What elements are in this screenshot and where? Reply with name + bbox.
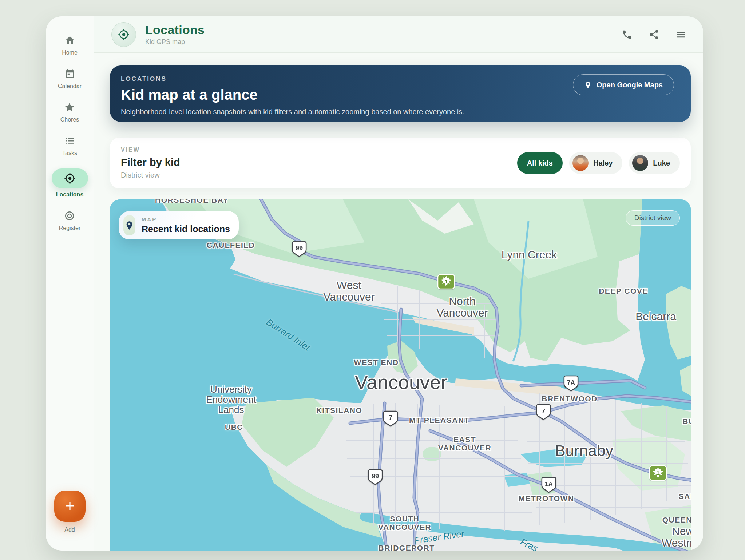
calendar-icon	[64, 68, 76, 80]
highway-shield-7: 7	[383, 410, 399, 428]
sidebar-item-label: Chores	[60, 116, 79, 123]
kid-locations-map[interactable]: HORSESHOE BAY CAULFEILD West Vancouver L…	[110, 199, 691, 551]
add-button-label: Add	[64, 527, 75, 533]
sidebar-item-label: Calendar	[58, 83, 82, 90]
page-subtitle: Kid GPS map	[145, 38, 205, 46]
svg-text:99: 99	[372, 473, 379, 480]
map-label: Belcarra	[635, 311, 676, 322]
map-overlay-card: MAP Recent kid locations	[119, 211, 239, 239]
sidebar-item-chores[interactable]: Chores	[60, 102, 79, 123]
open-google-maps-label: Open Google Maps	[597, 81, 663, 89]
chip-luke[interactable]: Luke	[629, 152, 680, 174]
page-title: Locations	[145, 23, 205, 37]
list-icon	[64, 135, 76, 147]
map-label: North Vancouver	[426, 295, 499, 319]
highway-shield-1-maple-east: 1	[649, 465, 667, 481]
chip-all-kids[interactable]: All kids	[517, 152, 563, 174]
chip-label: Haley	[593, 159, 613, 167]
map-label: West Vancouver	[314, 279, 384, 303]
open-google-maps-button[interactable]: Open Google Maps	[573, 74, 674, 95]
register-icon	[64, 210, 75, 222]
sidebar-item-label: Tasks	[62, 150, 77, 156]
sidebar-item-register[interactable]: Register	[59, 210, 81, 231]
app-window: Home Calendar Chores Tasks	[46, 16, 703, 551]
page-icon-badge	[111, 22, 136, 47]
map-label: Burnaby	[555, 442, 613, 459]
filter-subtitle: District view	[121, 171, 180, 179]
plus-icon	[63, 499, 77, 514]
svg-text:1: 1	[657, 470, 659, 476]
avatar	[632, 155, 648, 171]
active-pill	[52, 168, 88, 188]
gps-target-icon	[64, 172, 76, 184]
map-label: SAF	[679, 492, 691, 501]
map-pin-icon	[124, 221, 134, 230]
map-pin-tile	[123, 215, 135, 235]
svg-text:7: 7	[542, 408, 545, 415]
avatar	[572, 155, 589, 171]
star-icon	[64, 102, 75, 113]
map-label: EAST VANCOUVER	[433, 436, 497, 452]
map-label: QUEENS P	[662, 516, 691, 524]
hero-banner: LOCATIONS Kid map at a glance Neighborho…	[110, 65, 691, 122]
map-pin-icon	[584, 81, 592, 89]
menu-icon[interactable]	[675, 29, 686, 40]
hero-description: Neighborhood-level location snapshots wi…	[121, 108, 691, 116]
sidebar-item-label: Home	[62, 49, 78, 56]
map-label: UBC	[225, 423, 243, 432]
kid-filter-chips: All kids Haley Luke	[517, 152, 680, 174]
map-label: BU	[682, 417, 691, 426]
map-label: DEEP COVE	[599, 287, 648, 295]
chip-label: Luke	[653, 159, 670, 167]
chip-label: All kids	[527, 159, 553, 167]
add-button[interactable]	[54, 491, 86, 522]
map-label: BRENTWOOD	[542, 395, 598, 403]
sidebar-item-label: Locations	[56, 191, 84, 198]
map-label: Lynn Creek	[502, 249, 557, 261]
district-view-button[interactable]: District view	[626, 210, 680, 226]
share-icon[interactable]	[649, 29, 659, 40]
sidebar-item-home[interactable]: Home	[62, 35, 78, 56]
svg-text:7: 7	[389, 414, 392, 421]
svg-text:99: 99	[296, 245, 303, 252]
map-label: CAULFEILD	[207, 241, 255, 250]
main-area: Locations Kid GPS map LOCATIONS Kid map …	[94, 16, 703, 551]
svg-text:1A: 1A	[545, 480, 553, 488]
map-label: METROTOWN	[518, 495, 574, 503]
chip-haley[interactable]: Haley	[569, 152, 622, 174]
highway-shield-7-east: 7	[535, 404, 551, 421]
sidebar-item-label: Register	[59, 225, 81, 231]
phone-icon[interactable]	[622, 29, 633, 40]
sidebar-item-locations[interactable]: Locations	[52, 168, 88, 198]
gps-target-icon	[118, 29, 130, 40]
map-label: BRIDGEPORT	[378, 544, 435, 551]
sidebar-item-tasks[interactable]: Tasks	[62, 135, 77, 156]
map-label: KITSILANO	[316, 406, 362, 415]
map-label: New Westmin	[654, 525, 691, 549]
map-overlay-title: Recent kid locations	[142, 224, 230, 234]
highway-shield-1-maple: 1	[437, 274, 455, 290]
map-label: University Endowment Lands	[199, 384, 263, 415]
svg-text:1: 1	[445, 278, 448, 285]
page-header: Locations Kid GPS map	[94, 16, 703, 53]
map-label: SOUTH VANCOUVER	[372, 515, 437, 531]
map-label: WEST END	[354, 358, 399, 367]
filter-title: Filter by kid	[121, 156, 180, 168]
map-label: MT PLEASANT	[409, 416, 469, 425]
sidebar: Home Calendar Chores Tasks	[46, 16, 94, 551]
sidebar-item-calendar[interactable]: Calendar	[58, 68, 82, 90]
highway-shield-99-south: 99	[367, 469, 383, 486]
map-label: Vancouver	[355, 372, 447, 393]
svg-text:7A: 7A	[567, 379, 575, 386]
filter-eyebrow: VIEW	[121, 147, 180, 153]
filter-card: VIEW Filter by kid District view All kid…	[110, 138, 691, 188]
highway-shield-1a: 1A	[541, 476, 557, 494]
map-overlay-eyebrow: MAP	[142, 216, 230, 222]
highway-shield-99: 99	[291, 241, 307, 258]
home-icon	[64, 35, 76, 46]
map-label: HORSESHOE BAY	[155, 199, 229, 204]
highway-shield-7a: 7A	[563, 375, 579, 392]
